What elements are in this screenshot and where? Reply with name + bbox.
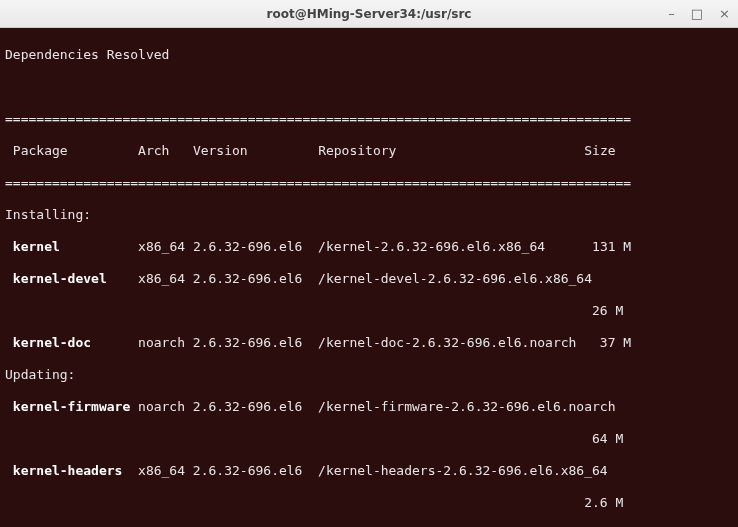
close-button[interactable]: ×	[719, 6, 730, 21]
pkg-arch: noarch	[138, 335, 185, 350]
minimize-button[interactable]: –	[668, 6, 675, 21]
table-row: kernel-headers x86_64 2.6.32-696.el6 /ke…	[5, 463, 733, 479]
header-row: Package Arch Version Repository Size	[5, 143, 733, 159]
table-row: kernel-devel x86_64 2.6.32-696.el6 /kern…	[5, 271, 733, 287]
pkg-ver: 2.6.32-696.el6	[193, 335, 303, 350]
pkg-size: 37 M	[592, 335, 631, 350]
pkg-ver: 2.6.32-696.el6	[193, 271, 303, 286]
col-package: Package	[5, 143, 68, 158]
pkg-repo: /kernel-2.6.32-696.el6.x86_64	[318, 239, 545, 254]
window-titlebar: root@HMing-Server34:/usr/src – □ ×	[0, 0, 738, 28]
pkg-ver: 2.6.32-696.el6	[193, 399, 303, 414]
pkg-name: kernel-firmware	[5, 399, 130, 414]
pkg-size: 64 M	[584, 431, 623, 446]
pkg-ver: 2.6.32-696.el6	[193, 463, 303, 478]
table-row-size: 64 M	[5, 431, 733, 447]
updating-label: Updating:	[5, 367, 733, 383]
pkg-size: 2.6 M	[584, 495, 623, 510]
table-row: kernel-firmware noarch 2.6.32-696.el6 /k…	[5, 399, 733, 415]
pkg-repo: /kernel-devel-2.6.32-696.el6.x86_64	[318, 271, 592, 286]
pkg-name: kernel	[5, 239, 60, 254]
table-row-size: 2.6 M	[5, 495, 733, 511]
pkg-arch: x86_64	[138, 463, 185, 478]
col-size: Size	[584, 143, 615, 158]
table-row: kernel-doc noarch 2.6.32-696.el6 /kernel…	[5, 335, 733, 351]
pkg-arch: x86_64	[138, 271, 185, 286]
window-title: root@HMing-Server34:/usr/src	[267, 7, 472, 21]
col-version: Version	[193, 143, 248, 158]
pkg-repo: /kernel-firmware-2.6.32-696.el6.noarch	[318, 399, 615, 414]
hr-line: ========================================…	[5, 175, 733, 191]
table-row-size: 26 M	[5, 303, 733, 319]
pkg-repo: /kernel-doc-2.6.32-696.el6.noarch	[318, 335, 576, 350]
pkg-arch: x86_64	[138, 239, 185, 254]
hr-line: ========================================…	[5, 111, 733, 127]
col-repository: Repository	[318, 143, 396, 158]
dep-resolved-line: Dependencies Resolved	[5, 47, 733, 63]
pkg-size: 131 M	[592, 239, 631, 254]
terminal-output[interactable]: Dependencies Resolved ==================…	[0, 28, 738, 527]
maximize-button[interactable]: □	[691, 6, 703, 21]
pkg-size: 26 M	[584, 303, 623, 318]
installing-label: Installing:	[5, 207, 733, 223]
pkg-arch: noarch	[138, 399, 185, 414]
table-row: kernel x86_64 2.6.32-696.el6 /kernel-2.6…	[5, 239, 733, 255]
pkg-repo: /kernel-headers-2.6.32-696.el6.x86_64	[318, 463, 608, 478]
window-controls: – □ ×	[668, 6, 730, 21]
pkg-name: kernel-headers	[5, 463, 122, 478]
pkg-name: kernel-devel	[5, 271, 107, 286]
pkg-ver: 2.6.32-696.el6	[193, 239, 303, 254]
pkg-name: kernel-doc	[5, 335, 91, 350]
col-arch: Arch	[138, 143, 169, 158]
blank-line	[5, 79, 733, 95]
